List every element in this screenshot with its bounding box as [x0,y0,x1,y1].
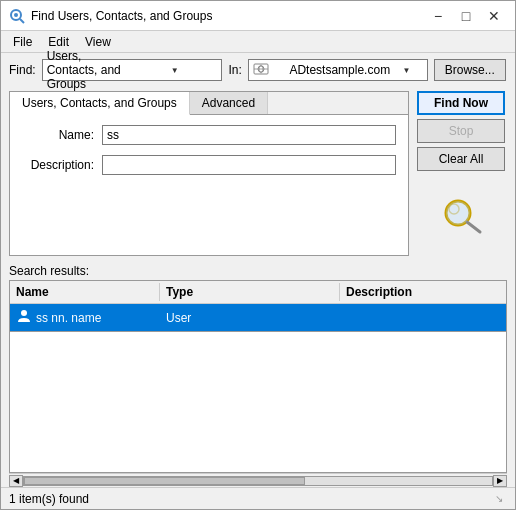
search-results-label: Search results: [1,260,515,280]
name-label: Name: [22,128,102,142]
svg-point-2 [14,13,18,17]
search-results-section: Search results: Name Type Description ss… [1,260,515,332]
title-bar-controls: − □ ✕ [425,6,507,26]
clear-all-button[interactable]: Clear All [417,147,505,171]
in-dropdown-arrow: ▼ [390,62,423,78]
title-bar: Find Users, Contacts, and Groups − □ ✕ [1,1,515,31]
scroll-right-button[interactable]: ▶ [493,475,507,487]
find-now-button[interactable]: Find Now [417,91,505,115]
scroll-left-button[interactable]: ◀ [9,475,23,487]
tab-users-contacts-groups[interactable]: Users, Contacts, and Groups [10,92,190,115]
search-magnifier-icon [438,195,486,235]
in-dropdown[interactable]: ADtestsample.com ▼ [248,59,428,81]
window-title: Find Users, Contacts, and Groups [31,9,425,23]
result-name-cell: ss nn. name [10,306,160,329]
minimize-button[interactable]: − [425,6,451,26]
find-label: Find: [9,63,36,77]
result-type-cell: User [160,309,340,327]
horizontal-scrollbar[interactable] [23,476,493,486]
menu-edit[interactable]: Edit [40,33,77,51]
status-bar: 1 item(s) found ↘ [1,487,515,509]
header-name: Name [10,283,160,301]
find-dropdown[interactable]: Users, Contacts, and Groups ▼ [42,59,223,81]
menu-file[interactable]: File [5,33,40,51]
in-label: In: [228,63,241,77]
description-input[interactable] [102,155,396,175]
svg-point-10 [446,201,470,225]
tabs-panel: Users, Contacts, and Groups Advanced Nam… [9,91,409,256]
status-text: 1 item(s) found [9,492,89,506]
search-icon-area [417,185,507,245]
find-users-window: Find Users, Contacts, and Groups − □ ✕ F… [0,0,516,510]
tab-advanced[interactable]: Advanced [190,92,268,114]
maximize-button[interactable]: □ [453,6,479,26]
name-field-row: Name: [22,125,396,145]
header-description: Description [340,283,506,301]
header-type: Type [160,283,340,301]
find-dropdown-arrow: ▼ [132,62,217,78]
right-buttons: Find Now Stop Clear All [417,91,507,256]
tab-content: Name: Description: [10,115,408,255]
stop-button[interactable]: Stop [417,119,505,143]
window-icon [9,8,25,24]
scrollbar-area: ◀ ▶ [9,473,507,487]
tab-row: Users, Contacts, and Groups Advanced [10,92,408,115]
toolbar: Find: Users, Contacts, and Groups ▼ In: … [1,53,515,87]
description-field-row: Description: [22,155,396,175]
results-empty-area [9,332,507,473]
menu-view[interactable]: View [77,33,119,51]
tabs-and-buttons: Users, Contacts, and Groups Advanced Nam… [9,91,507,256]
main-area: Users, Contacts, and Groups Advanced Nam… [1,87,515,260]
svg-line-8 [467,222,480,232]
domain-icon [253,62,286,79]
svg-line-1 [20,19,24,23]
results-table: Name Type Description ss nn. name User [9,280,507,332]
table-row[interactable]: ss nn. name User [10,304,506,331]
svg-point-11 [21,310,27,316]
scrollbar-thumb [24,477,305,485]
result-desc-cell [340,316,506,320]
name-input[interactable] [102,125,396,145]
results-header: Name Type Description [10,281,506,304]
resize-grip: ↘ [495,493,507,505]
close-button[interactable]: ✕ [481,6,507,26]
browse-button[interactable]: Browse... [434,59,506,81]
description-label: Description: [22,158,102,172]
user-icon [16,308,32,327]
